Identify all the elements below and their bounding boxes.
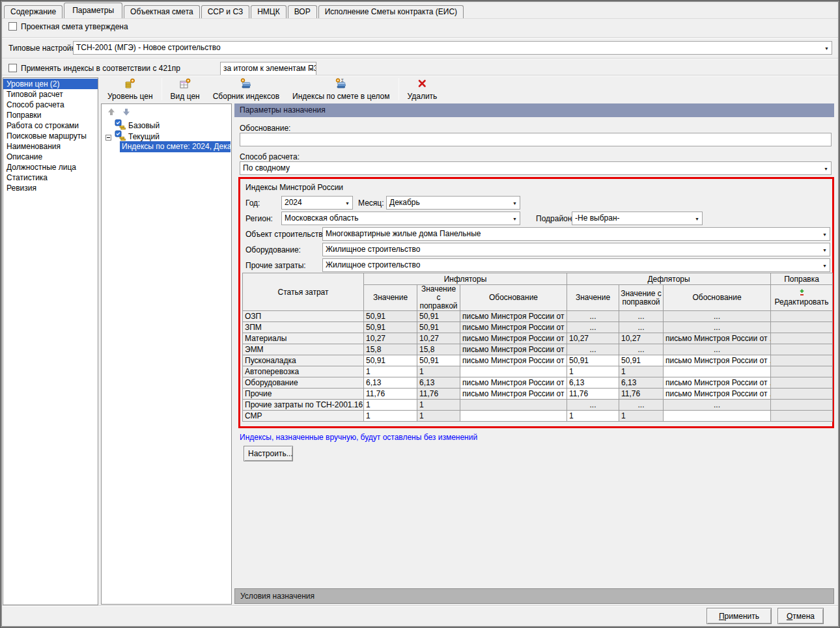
- deflator-justification-cell[interactable]: письмо Минстроя России от ...: [664, 389, 771, 400]
- sidebar-item-9[interactable]: Должностные лица: [3, 162, 98, 172]
- inflator-value-cell[interactable]: 50,91: [364, 355, 417, 366]
- deflator-justification-cell[interactable]: [664, 366, 771, 377]
- sidebar-item-6[interactable]: Поисковые маршруты: [3, 131, 98, 141]
- sidebar-item-2[interactable]: Типовой расчет: [3, 89, 98, 100]
- deflator-corrected-cell[interactable]: 50,91: [619, 355, 664, 366]
- tree-item-indices-selected[interactable]: Индексы по смете: 2024, Декаб: [120, 141, 231, 152]
- deflator-justification-cell[interactable]: письмо Минстроя России от ...: [664, 333, 771, 344]
- inflator-justification-cell[interactable]: письмо Минстроя России от ...: [460, 333, 567, 344]
- deflator-justification-cell[interactable]: ...: [664, 322, 771, 333]
- inflator-value-cell[interactable]: 1: [364, 411, 417, 422]
- sidebar-item-4[interactable]: Поправки: [3, 110, 98, 120]
- inflator-justification-cell[interactable]: письмо Минстроя России от ...: [460, 322, 567, 333]
- inflator-justification-cell[interactable]: письмо Минстроя России от ...: [460, 311, 567, 322]
- inflator-value-cell[interactable]: 1: [364, 400, 417, 411]
- inflator-justification-cell[interactable]: письмо Минстроя России от ...: [460, 389, 567, 400]
- inflator-corrected-cell[interactable]: 11,76: [417, 389, 460, 400]
- toolbar-button-1[interactable]: Уровень цен: [101, 77, 160, 102]
- deflator-corrected-cell[interactable]: 1: [619, 366, 664, 377]
- inflator-value-cell[interactable]: 15,8: [364, 344, 417, 355]
- tab-7[interactable]: Исполнение Сметы контракта (ЕИС): [318, 5, 464, 18]
- other-costs-combobox[interactable]: Жилищное строительство▼: [322, 258, 830, 272]
- deflator-corrected-cell[interactable]: ...: [619, 400, 664, 411]
- inflator-justification-cell[interactable]: [460, 400, 567, 411]
- toolbar-button-3[interactable]: Сборник индексов: [206, 77, 286, 102]
- move-down-icon[interactable]: [122, 107, 131, 118]
- assignment-conditions-header[interactable]: Условия назначения: [234, 588, 834, 604]
- sidebar-item-10[interactable]: Статистика: [3, 172, 98, 183]
- tree-item-current[interactable]: Текущий: [128, 131, 160, 142]
- inflator-corrected-cell[interactable]: 50,91: [417, 355, 460, 366]
- move-up-icon[interactable]: [107, 107, 116, 118]
- inflator-corrected-cell[interactable]: 10,27: [417, 333, 460, 344]
- inflator-corrected-cell[interactable]: 1: [417, 400, 460, 411]
- deflator-corrected-cell[interactable]: ...: [619, 311, 664, 322]
- inflator-justification-cell[interactable]: письмо Минстроя России от ...: [460, 377, 567, 389]
- deflator-corrected-cell[interactable]: 6,13: [619, 377, 664, 389]
- inflator-value-cell[interactable]: 11,76: [364, 389, 417, 400]
- sidebar-item-11[interactable]: Ревизия: [3, 183, 98, 193]
- sidebar-item-7[interactable]: Наименования: [3, 141, 98, 152]
- inflator-corrected-cell[interactable]: 1: [417, 366, 460, 377]
- tab-5[interactable]: НМЦК: [251, 5, 287, 18]
- deflator-corrected-cell[interactable]: 11,76: [619, 389, 664, 400]
- apply-421-checkbox[interactable]: [8, 64, 17, 72]
- tab-6[interactable]: ВОР: [288, 5, 317, 18]
- tree-item-base[interactable]: Базовый: [128, 120, 160, 131]
- justification-input[interactable]: [240, 133, 832, 146]
- toolbar-button-2[interactable]: Вид цен: [164, 77, 206, 102]
- tab-3[interactable]: Объектная смета: [124, 5, 200, 18]
- inflator-corrected-cell[interactable]: 15,8: [417, 344, 460, 355]
- sidebar-item-1[interactable]: Уровни цен (2): [3, 79, 98, 89]
- inflator-justification-cell[interactable]: письмо Минстроя России от ...: [460, 344, 567, 355]
- sidebar-item-8[interactable]: Описание: [3, 152, 98, 162]
- deflator-value-cell[interactable]: 11,76: [567, 389, 619, 400]
- tab-2[interactable]: Параметры: [64, 3, 122, 18]
- deflator-corrected-cell[interactable]: ...: [619, 322, 664, 333]
- deflator-value-cell[interactable]: ...: [567, 344, 619, 355]
- apply-421-mode-combobox[interactable]: за итогом к элементам ПЗ ▼: [220, 62, 316, 75]
- inflator-justification-cell[interactable]: [460, 411, 567, 422]
- deflator-justification-cell[interactable]: ...: [664, 400, 771, 411]
- deflator-justification-cell[interactable]: ...: [664, 344, 771, 355]
- deflator-value-cell[interactable]: 1: [567, 366, 619, 377]
- toolbar-button-4[interactable]: ΣИндексы по смете в целом: [286, 77, 396, 102]
- year-combobox[interactable]: 2024▼: [281, 196, 353, 210]
- toolbar-button-5[interactable]: Удалить: [401, 77, 444, 102]
- deflator-justification-cell[interactable]: ...: [664, 311, 771, 322]
- inflator-value-cell[interactable]: 1: [364, 366, 417, 377]
- deflator-justification-cell[interactable]: письмо Минстроя России от ...: [664, 377, 771, 389]
- sidebar-item-5[interactable]: Работа со строками: [3, 120, 98, 131]
- inflator-corrected-cell[interactable]: 1: [417, 411, 460, 422]
- deflator-corrected-cell[interactable]: 10,27: [619, 333, 664, 344]
- inflator-value-cell[interactable]: 6,13: [364, 377, 417, 389]
- inflator-value-cell[interactable]: 10,27: [364, 333, 417, 344]
- inflator-corrected-cell[interactable]: 6,13: [417, 377, 460, 389]
- deflator-value-cell[interactable]: ...: [567, 400, 619, 411]
- apply-button[interactable]: Применить: [707, 608, 772, 624]
- subregion-combobox[interactable]: -Не выбран-▼: [572, 212, 703, 225]
- deflator-value-cell[interactable]: 10,27: [567, 333, 619, 344]
- project-approved-checkbox[interactable]: [8, 22, 17, 31]
- sidebar-item-3[interactable]: Способ расчета: [3, 100, 98, 110]
- inflator-corrected-cell[interactable]: 50,91: [417, 311, 460, 322]
- inflator-value-cell[interactable]: 50,91: [364, 311, 417, 322]
- deflator-value-cell[interactable]: 6,13: [567, 377, 619, 389]
- inflator-corrected-cell[interactable]: 50,91: [417, 322, 460, 333]
- deflator-value-cell[interactable]: 50,91: [567, 355, 619, 366]
- deflator-value-cell[interactable]: ...: [567, 311, 619, 322]
- deflator-corrected-cell[interactable]: ...: [619, 344, 664, 355]
- construction-object-combobox[interactable]: Многоквартирные жилые дома Панельные▼: [322, 227, 830, 241]
- deflator-value-cell[interactable]: 1: [567, 411, 619, 422]
- deflator-value-cell[interactable]: ...: [567, 322, 619, 333]
- typical-settings-combobox[interactable]: ТСН-2001 (МГЭ) - Новое строительство ▼: [73, 41, 832, 55]
- collapse-expander-icon[interactable]: [105, 133, 111, 143]
- equipment-combobox[interactable]: Жилищное строительство▼: [322, 243, 830, 256]
- inflator-justification-cell[interactable]: [460, 366, 567, 377]
- inflator-value-cell[interactable]: 50,91: [364, 322, 417, 333]
- month-combobox[interactable]: Декабрь▼: [386, 196, 520, 210]
- tab-1[interactable]: Содержание: [4, 5, 63, 18]
- inflator-justification-cell[interactable]: письмо Минстроя России от ...: [460, 355, 567, 366]
- deflator-justification-cell[interactable]: [664, 411, 771, 422]
- tab-4[interactable]: ССР и СЗ: [201, 5, 250, 18]
